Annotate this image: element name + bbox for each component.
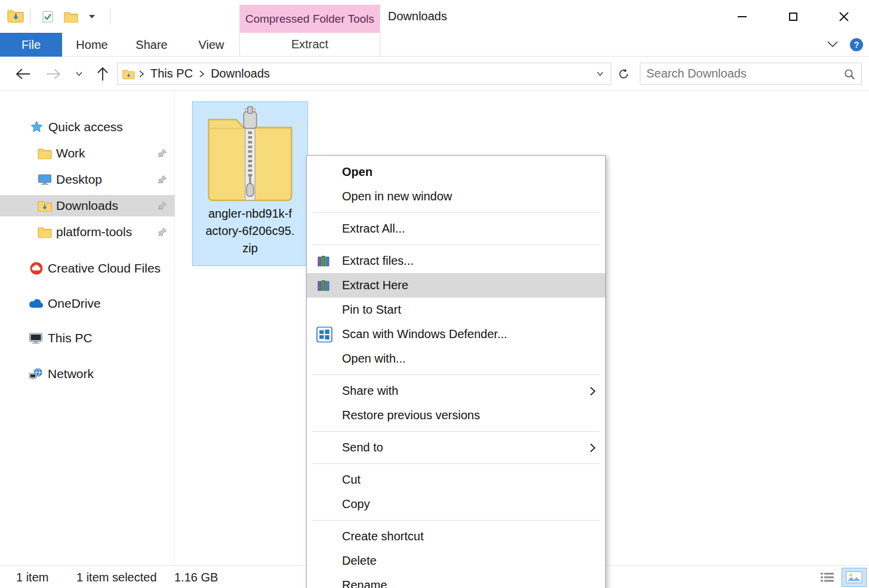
sidebar-item-label: platform-tools: [56, 225, 132, 239]
chevron-down-icon: [827, 41, 838, 47]
menu-separator: [312, 245, 600, 245]
contextual-tab-label: Compressed Folder Tools: [245, 13, 374, 26]
menu-item-delete[interactable]: Delete: [307, 549, 605, 573]
menu-item-scan-with-windows-defender[interactable]: Scan with Windows Defender...: [307, 322, 605, 346]
folder-icon: [64, 11, 78, 23]
refresh-button[interactable]: [614, 63, 634, 85]
tab-share[interactable]: Share: [122, 33, 181, 57]
breadcrumb-downloads[interactable]: Downloads: [208, 67, 272, 81]
sidebar-item-work[interactable]: Work: [0, 143, 175, 164]
downloads-folder-icon: [38, 200, 52, 212]
menu-item-extract-here[interactable]: Extract Here: [307, 273, 605, 298]
search-box: [640, 63, 862, 85]
menu-item-open[interactable]: Open: [307, 160, 605, 184]
menu-item-label: Create shortcut: [342, 530, 424, 543]
maximize-button[interactable]: [768, 0, 818, 33]
toolbar-separator: [30, 8, 30, 24]
contextual-tab-group: Compressed Folder Tools Extract: [239, 5, 380, 57]
navigation-pane: Quick access Work Desktop Downloads p: [0, 91, 175, 565]
sidebar-item-platform-tools[interactable]: platform-tools: [0, 221, 175, 243]
menu-item-restore-previous-versions[interactable]: Restore previous versions: [307, 403, 605, 428]
file-item-zip[interactable]: angler-nbd91k-f actory-6f206c95. zip: [192, 101, 308, 266]
menu-item-open-in-new-window[interactable]: Open in new window: [307, 184, 605, 209]
help-button[interactable]: ?: [850, 38, 863, 51]
sidebar-item-label: This PC: [48, 331, 93, 345]
close-icon: [839, 11, 849, 22]
menu-item-label: Pin to Start: [342, 303, 401, 317]
menu-item-open-with[interactable]: Open with...: [307, 346, 605, 371]
submenu-arrow-icon: [590, 386, 596, 396]
menu-item-cut[interactable]: Cut: [307, 468, 605, 492]
back-button[interactable]: [12, 57, 33, 91]
details-view-button[interactable]: [816, 568, 838, 587]
sidebar-item-creative-cloud-files[interactable]: Creative Cloud Files: [0, 258, 175, 279]
ribbon-collapse-button[interactable]: [827, 41, 838, 47]
pin-icon: [158, 227, 167, 237]
menu-item-label: Extract Here: [342, 278, 408, 292]
search-icon[interactable]: [844, 69, 855, 80]
checkbox-icon: [41, 10, 54, 23]
sidebar-item-network[interactable]: Network: [0, 363, 175, 385]
menu-item-label: Send to: [342, 441, 383, 454]
close-button[interactable]: [818, 0, 869, 33]
menu-separator: [312, 212, 600, 213]
extract-tool-icon: [318, 255, 329, 267]
maximize-icon: [789, 13, 797, 21]
menu-item-copy[interactable]: Copy: [307, 492, 605, 516]
menu-separator: [312, 463, 600, 464]
minimize-button[interactable]: [717, 0, 768, 33]
forward-button[interactable]: [43, 57, 64, 91]
menu-item-extract-all[interactable]: Extract All...: [307, 216, 605, 241]
explorer-app-icon: [7, 8, 24, 23]
sidebar-item-downloads[interactable]: Downloads: [0, 195, 175, 216]
extract-tool-icon: [318, 280, 329, 291]
folder-icon: [38, 147, 52, 159]
tab-file[interactable]: File: [0, 33, 62, 57]
pin-icon: [158, 148, 167, 158]
details-view-icon: [820, 572, 834, 583]
windows-defender-icon: [316, 326, 332, 342]
menu-item-rename[interactable]: Rename: [307, 573, 605, 588]
item-count: 1 item: [16, 566, 48, 588]
menu-separator: [312, 375, 600, 375]
sidebar-item-onedrive[interactable]: OneDrive: [0, 293, 175, 314]
sidebar-item-label: OneDrive: [48, 296, 101, 311]
tab-home[interactable]: Home: [62, 33, 122, 57]
address-bar[interactable]: This PC Downloads: [117, 63, 611, 85]
menu-item-extract-files[interactable]: Extract files...: [307, 249, 605, 273]
tab-view[interactable]: View: [181, 33, 241, 57]
breadcrumb-this-pc[interactable]: This PC: [148, 67, 195, 81]
sidebar-item-quick-access[interactable]: Quick access: [0, 116, 175, 138]
title-bar: Downloads: [0, 0, 869, 33]
pin-icon: [158, 201, 167, 211]
arrow-up-icon: [96, 66, 109, 82]
menu-separator: [312, 431, 600, 432]
contextual-tab-header[interactable]: Compressed Folder Tools: [240, 5, 380, 33]
qat-properties-button[interactable]: [38, 8, 57, 25]
menu-item-create-shortcut[interactable]: Create shortcut: [307, 524, 605, 549]
recent-locations-button[interactable]: [72, 57, 86, 91]
qat-customize-button[interactable]: [86, 8, 98, 25]
tab-label: Extract: [291, 38, 328, 51]
arrow-left-icon: [14, 67, 31, 81]
selection-summary: 1 item selected: [76, 566, 157, 588]
star-icon: [30, 120, 44, 134]
address-dropdown-button[interactable]: [597, 72, 606, 76]
location-folder-icon: [122, 69, 135, 79]
menu-separator: [312, 520, 600, 521]
toolbar-separator: [110, 8, 110, 24]
window-title: Downloads: [388, 0, 447, 33]
menu-item-share-with[interactable]: Share with: [307, 379, 605, 403]
up-button[interactable]: [92, 57, 113, 91]
qat-new-folder-button[interactable]: [61, 8, 81, 25]
large-icons-view-button[interactable]: [842, 568, 867, 587]
search-input[interactable]: [640, 63, 861, 84]
menu-item-send-to[interactable]: Send to: [307, 435, 605, 460]
menu-item-pin-to-start[interactable]: Pin to Start: [307, 298, 605, 322]
sidebar-item-this-pc[interactable]: This PC: [0, 327, 175, 349]
sidebar-item-desktop[interactable]: Desktop: [0, 169, 175, 190]
tab-extract[interactable]: Extract: [240, 33, 380, 56]
chevron-down-icon: [76, 72, 82, 76]
computer-icon: [29, 332, 43, 344]
refresh-icon: [618, 68, 630, 80]
